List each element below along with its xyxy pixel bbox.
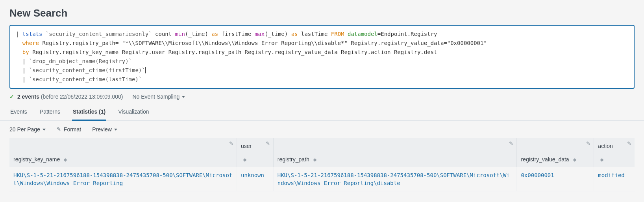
- tok: (_time): [185, 31, 211, 37]
- indent: |: [16, 76, 29, 82]
- tab-visualization[interactable]: Visualization: [117, 105, 150, 121]
- text-caret: [145, 67, 146, 73]
- tok: [42, 31, 45, 37]
- col-registry-value-data[interactable]: ✎ registry_value_data: [517, 138, 594, 167]
- tok-as: as: [211, 31, 218, 37]
- cell-registry-value-data[interactable]: 0x00000001: [521, 172, 554, 178]
- result-tabs: Events Patterns Statistics (1) Visualiza…: [0, 105, 644, 121]
- pencil-icon[interactable]: ✎: [627, 140, 631, 146]
- status-bar: ✓ 2 events (before 22/06/2022 13:09:09.0…: [0, 89, 644, 105]
- tok-by: by: [22, 49, 29, 55]
- tok-min: min: [175, 31, 185, 37]
- table-row: HKU\S-1-5-21-2167596188-154398838-247543…: [9, 167, 635, 191]
- col-registry-path[interactable]: registry_path ✎: [273, 138, 517, 167]
- cell-registry-path[interactable]: HKU\S-1-5-21-2167596188-154398838-247543…: [278, 172, 510, 186]
- tab-events[interactable]: Events: [9, 105, 28, 121]
- tok-macro: `security_content_ctime(firstTime)`: [29, 67, 145, 73]
- cell-action[interactable]: modified: [598, 172, 624, 178]
- tok: Registry.registry_path= "*\\SOFTWARE\\Mi…: [39, 40, 487, 46]
- pipe: |: [16, 31, 22, 37]
- indent: |: [16, 67, 29, 73]
- col-registry-key-name[interactable]: registry_key_name ✎: [9, 138, 237, 167]
- col-action[interactable]: action ✎: [594, 138, 635, 167]
- tok: lastTime: [298, 31, 331, 37]
- col-label: registry_value_data: [521, 156, 569, 163]
- tok-datamodel: datamodel: [348, 31, 378, 37]
- check-icon: ✓: [9, 94, 14, 100]
- sort-icon: [64, 158, 67, 162]
- tok-tstats: tstats: [22, 31, 43, 37]
- tok-macro: `security_content_summariesonly`: [46, 31, 152, 37]
- tok-macro: `drop_dm_object_name(Registry)`: [29, 58, 132, 64]
- col-user[interactable]: user ✎: [237, 138, 273, 167]
- tok: =Endpoint.Registry: [378, 31, 437, 37]
- tok-as: as: [291, 31, 298, 37]
- tok: [344, 31, 348, 37]
- format-label: Format: [64, 126, 81, 133]
- preview-dropdown[interactable]: Preview: [92, 126, 117, 133]
- indent: [16, 40, 22, 46]
- cell-registry-key-name[interactable]: HKU\S-1-5-21-2167596188-154398838-247543…: [13, 172, 232, 186]
- sort-icon: [313, 158, 316, 162]
- pencil-icon[interactable]: ✎: [586, 140, 590, 146]
- events-count: ✓ 2 events (before 22/06/2022 13:09:09.0…: [9, 94, 123, 100]
- col-label: user: [241, 143, 252, 149]
- col-label: registry_path: [278, 156, 309, 163]
- tok: (_time): [265, 31, 291, 37]
- col-label: action: [598, 143, 613, 149]
- events-count-value: 2 events: [17, 94, 39, 100]
- results-table: registry_key_name ✎ user ✎ registry_path…: [9, 138, 635, 191]
- search-input[interactable]: | tstats `security_content_summariesonly…: [9, 25, 635, 89]
- sort-icon: [600, 158, 603, 162]
- tok: firstTime: [218, 31, 255, 37]
- chevron-down-icon: [43, 129, 46, 131]
- preview-label: Preview: [92, 126, 112, 133]
- pencil-icon[interactable]: ✎: [229, 140, 233, 146]
- results-toolbar: 20 Per Page Format Preview: [0, 121, 644, 138]
- format-button[interactable]: Format: [57, 126, 81, 133]
- events-timerange: (before 22/06/2022 13:09:09.000): [41, 94, 123, 100]
- tok: count: [152, 31, 175, 37]
- sort-icon: [243, 158, 246, 162]
- sort-icon: [573, 158, 576, 162]
- table-header-row: registry_key_name ✎ user ✎ registry_path…: [9, 138, 635, 167]
- pencil-icon[interactable]: ✎: [266, 140, 270, 146]
- chevron-down-icon: [114, 129, 117, 131]
- chevron-down-icon: [182, 96, 185, 98]
- indent: [16, 49, 22, 55]
- tok-where: where: [22, 40, 39, 46]
- event-sampling-dropdown[interactable]: No Event Sampling: [132, 94, 185, 100]
- col-label: registry_key_name: [13, 156, 60, 163]
- per-page-dropdown[interactable]: 20 Per Page: [9, 126, 46, 133]
- tok: Registry.registry_key_name Registry.user…: [29, 49, 437, 55]
- tok-macro: `security_content_ctime(lastTime)`: [29, 76, 142, 82]
- tab-patterns[interactable]: Patterns: [39, 105, 61, 121]
- per-page-label: 20 Per Page: [9, 126, 40, 133]
- event-sampling-label: No Event Sampling: [132, 94, 180, 100]
- page-title: New Search: [0, 0, 644, 25]
- indent: |: [16, 58, 29, 64]
- tok-from: FROM: [331, 31, 344, 37]
- pencil-icon[interactable]: ✎: [509, 140, 513, 146]
- tab-statistics[interactable]: Statistics (1): [72, 105, 106, 121]
- cell-user[interactable]: unknown: [241, 172, 264, 178]
- pencil-icon: [57, 127, 61, 132]
- tok-max: max: [255, 31, 265, 37]
